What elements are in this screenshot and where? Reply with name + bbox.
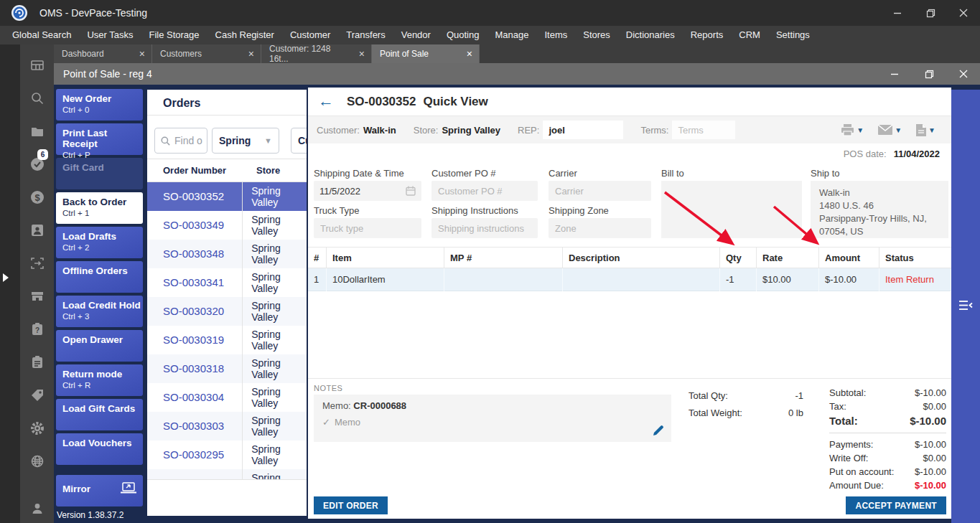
order-search-input[interactable] <box>174 135 205 146</box>
menu-manage[interactable]: Manage <box>487 26 536 44</box>
menu-crm[interactable]: CRM <box>731 26 768 44</box>
user-icon[interactable] <box>20 492 54 523</box>
left-edge-strip <box>0 44 20 523</box>
accept-payment-button[interactable]: ACCEPT PAYMENT <box>846 496 946 514</box>
customer-po-label: Customer PO # <box>431 168 496 179</box>
menu-items[interactable]: Items <box>536 26 575 44</box>
subtotal-value: $-10.00 <box>915 387 946 398</box>
shipping-zone-input[interactable] <box>549 218 651 238</box>
gear-icon[interactable] <box>20 412 54 445</box>
menu-user-tasks[interactable]: User Tasks <box>79 26 141 44</box>
email-button[interactable]: ▼ <box>878 125 902 135</box>
task-count-badge: 6 <box>37 149 48 160</box>
pos-restore-button[interactable] <box>913 63 946 85</box>
tasks-check-icon[interactable]: 6 <box>20 148 54 181</box>
order-search-box[interactable] <box>154 128 207 154</box>
expand-sidebar-arrow-icon[interactable] <box>3 273 9 282</box>
load-drafts-button[interactable]: Load DraftsCtrl + 2 <box>56 227 143 258</box>
order-row[interactable]: SO-0030295Spring Valley <box>147 440 307 469</box>
clipboard-help-icon[interactable]: ? <box>20 313 54 346</box>
folder-icon[interactable] <box>20 115 54 148</box>
item-row[interactable]: 1 10DollarItem -1 $10.00 $-10.00 Item Re… <box>308 268 951 291</box>
order-row[interactable]: SO-0030303Spring Valley <box>147 412 307 440</box>
document-button[interactable]: ▼ <box>916 124 935 136</box>
menu-file-storage[interactable]: File Storage <box>141 26 207 44</box>
back-arrow-icon[interactable]: ← <box>318 92 334 110</box>
menu-cash-register[interactable]: Cash Register <box>207 26 282 44</box>
total-value: $-10.00 <box>910 415 946 427</box>
clipboard-list-icon[interactable] <box>20 346 54 379</box>
shipping-instructions-input[interactable] <box>431 218 538 238</box>
new-order-button[interactable]: New OrderCtrl + 0 <box>56 89 143 121</box>
tab-close-icon[interactable]: × <box>248 48 254 60</box>
edit-order-button[interactable]: EDIT ORDER <box>314 496 388 514</box>
pos-minimize-button[interactable] <box>878 63 911 85</box>
order-row[interactable]: SO-0030319Spring Valley <box>147 326 307 354</box>
orders-table-header: Order Number Store <box>147 159 307 182</box>
restore-button[interactable] <box>914 0 947 26</box>
mirror-button[interactable]: Mirror <box>56 475 143 506</box>
minimize-button[interactable] <box>881 0 914 26</box>
menu-dictionaries[interactable]: Dictionaries <box>618 26 683 44</box>
order-row-selected[interactable]: SO-0030352Spring Valley <box>147 182 307 211</box>
menu-reports[interactable]: Reports <box>683 26 732 44</box>
order-row[interactable]: SO-0030304Spring Valley <box>147 383 307 412</box>
load-gift-cards-button[interactable]: Load Gift Cards <box>56 399 143 430</box>
truck-type-input[interactable] <box>314 218 421 238</box>
dashboard-icon[interactable] <box>20 49 54 82</box>
store-filter-dropdown[interactable]: Spring▼ <box>212 128 279 154</box>
customer-filter-dropdown[interactable]: Cu <box>291 128 307 154</box>
tag-icon[interactable] <box>20 379 54 412</box>
tab-customers[interactable]: Customers× <box>152 44 261 63</box>
customer-icon[interactable] <box>20 214 54 247</box>
order-row[interactable]: SO-0030349Spring Valley <box>147 211 307 240</box>
menu-customer[interactable]: Customer <box>282 26 338 44</box>
return-mode-button[interactable]: Return modeCtrl + R <box>56 364 143 396</box>
tab-point-of-sale[interactable]: Point of Sale× <box>372 44 480 63</box>
pos-close-button[interactable] <box>947 63 980 85</box>
order-row[interactable]: SO-0030348Spring Valley <box>147 240 307 268</box>
menu-quoting[interactable]: Quoting <box>439 26 487 44</box>
orders-table-body: SO-0030352Spring Valley SO-0030349Spring… <box>147 182 307 480</box>
menu-settings[interactable]: Settings <box>768 26 818 44</box>
scan-icon[interactable] <box>20 247 54 280</box>
load-vouchers-button[interactable]: Load Vouchers <box>56 433 143 465</box>
ship-to-box[interactable]: Walk-in 1480 U.S. 46 Parsippany-Troy Hil… <box>811 181 948 238</box>
svg-text:$: $ <box>34 192 40 203</box>
customer-po-input[interactable] <box>431 181 538 201</box>
menu-global-search[interactable]: Global Search <box>4 26 79 44</box>
offline-orders-button[interactable]: Offline Orders <box>56 261 143 293</box>
tab-dashboard[interactable]: Dashboard× <box>54 44 152 63</box>
menu-vendor[interactable]: Vendor <box>393 26 439 44</box>
order-row[interactable]: SO-0030341Spring Valley <box>147 268 307 297</box>
tab-close-icon[interactable]: × <box>139 48 145 60</box>
memo-checkbox[interactable]: ✓Memo <box>322 417 663 428</box>
order-row[interactable]: SO-0030293Spring Valley <box>147 469 307 480</box>
store-icon[interactable] <box>20 280 54 313</box>
quick-view-panel: ← SO-0030352Quick View Customer: Walk-in… <box>308 88 951 519</box>
bill-to-box[interactable] <box>661 181 802 238</box>
menu-transfers[interactable]: Transfers <box>338 26 393 44</box>
dollar-icon[interactable]: $ <box>20 181 54 214</box>
tab-close-icon[interactable]: × <box>359 48 365 60</box>
back-to-order-button[interactable]: Back to OrderCtrl + 1 <box>56 192 143 224</box>
carrier-input[interactable] <box>549 181 651 201</box>
open-drawer-button[interactable]: Open Drawer <box>56 330 143 362</box>
document-icon <box>916 124 926 136</box>
shipping-date-input[interactable]: 11/5/2022 <box>314 181 421 201</box>
tab-close-icon[interactable]: × <box>467 48 472 60</box>
menu-stores[interactable]: Stores <box>575 26 618 44</box>
search-icon[interactable] <box>20 82 54 115</box>
rep-input[interactable] <box>543 121 623 139</box>
edit-pencil-icon[interactable] <box>653 425 664 436</box>
order-row[interactable]: SO-0030320Spring Valley <box>147 297 307 326</box>
print-button[interactable]: ▼ <box>841 124 864 136</box>
close-button[interactable] <box>947 0 980 26</box>
globe-icon[interactable] <box>20 445 54 478</box>
print-last-receipt-button[interactable]: Print Last ReceiptCtrl + P <box>56 123 143 155</box>
order-row[interactable]: SO-0030318Spring Valley <box>147 354 307 383</box>
load-credit-hold-button[interactable]: Load Credit HoldCtrl + 3 <box>56 296 143 327</box>
terms-input[interactable] <box>672 121 735 139</box>
tab-customer-1248[interactable]: Customer: 1248 16t...× <box>261 44 372 63</box>
collapse-list-icon[interactable] <box>959 300 973 311</box>
